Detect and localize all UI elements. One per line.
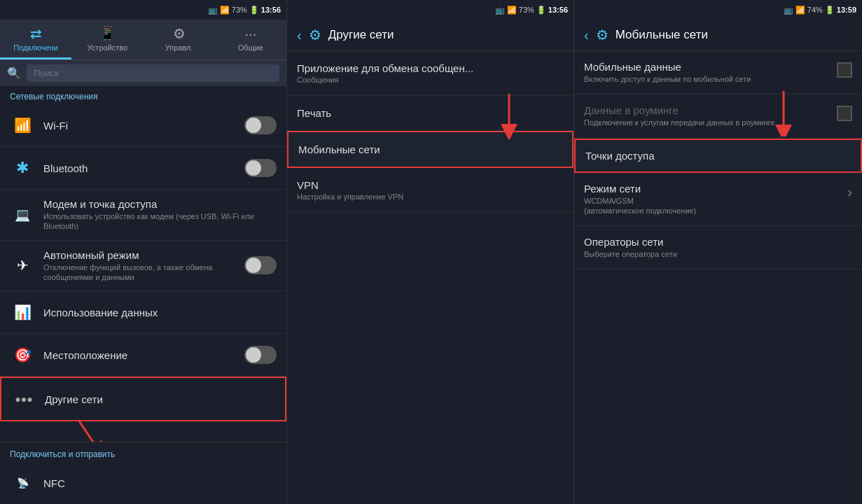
signal-icon-mid: 📶 [507, 6, 517, 15]
wifi-toggle[interactable] [244, 116, 277, 134]
settings-item-modem[interactable]: 💻 Модем и точка доступа Использовать уст… [0, 190, 286, 241]
bluetooth-title: Bluetooth [43, 162, 244, 174]
tab-bar: ⇄ Подключени 📱 Устройство ⚙ Управл. ··· … [0, 20, 286, 60]
mobilenets-title: Мобильные сети [298, 144, 562, 155]
tab-connections-label: Подключени [13, 43, 58, 52]
vpn-sub: Настройка и управление VPN [297, 192, 564, 201]
right-back-button[interactable]: ‹ [584, 27, 589, 43]
status-bar-right: 📺 📶 74% 🔋 13:59 [574, 0, 862, 20]
settings-list: 📶 Wi-Fi ✱ Bluetooth 💻 Модем и точка дост… [0, 104, 286, 442]
operators-title: Операторы сети [584, 236, 852, 248]
nfc-title: NFC [43, 477, 277, 489]
signal-icon: 📶 [220, 6, 230, 15]
red-arrow-1 [71, 416, 113, 442]
battery-icon-right: 🔋 [825, 6, 835, 15]
right-item-accesspoints[interactable]: Точки доступа [574, 139, 862, 173]
time-left: 13:56 [261, 6, 281, 14]
connections-icon: ⇄ [30, 25, 42, 42]
right-title: Мобильные сети [616, 28, 708, 42]
right-list: Мобильные данные Включить доступ к данны… [574, 51, 862, 270]
mid-item-mobilenets[interactable]: Мобильные сети [287, 131, 573, 168]
svg-line-0 [78, 420, 99, 442]
othernets-title: Другие сети [45, 393, 275, 405]
mid-item-messaging[interactable]: Приложение для обмена сообщен... Сообщен… [287, 51, 573, 96]
tab-device-label: Устройство [88, 43, 128, 52]
location-title: Местоположение [43, 349, 244, 361]
status-bar-mid: 📺 📶 73% 🔋 13:56 [287, 0, 573, 20]
search-icon: 🔍 [7, 66, 21, 80]
messaging-sub: Сообщения [297, 76, 564, 84]
mid-top-bar: ‹ ⚙ Другие сети [287, 20, 573, 51]
roaming-title: Данные в роуминге [584, 104, 830, 116]
operators-sub: Выберите оператора сети [584, 249, 852, 259]
wifi-icon: 📶 [10, 113, 35, 138]
settings-item-nfc[interactable]: 📡 NFC [0, 462, 286, 504]
vpn-title: VPN [297, 179, 564, 191]
datausage-title: Использование данных [43, 307, 277, 318]
mid-title: Другие сети [328, 28, 394, 42]
networkmode-title: Режим сети [584, 183, 840, 195]
search-input[interactable] [27, 64, 279, 82]
modem-title: Модем и точка доступа [43, 198, 277, 210]
print-title: Печать [297, 107, 564, 119]
status-bar-left: 📺 📶 73% 🔋 13:56 [0, 0, 286, 20]
airplane-icon: ✈ [10, 253, 35, 278]
right-item-roaming[interactable]: Данные в роуминге Подключение к услугам … [574, 94, 862, 138]
general-icon: ··· [245, 26, 257, 42]
nfc-icon: 📡 [10, 470, 35, 496]
battery-icon-mid: 🔋 [536, 6, 546, 15]
bluetooth-icon: ✱ [10, 155, 35, 181]
settings-item-datausage[interactable]: 📊 Использование данных [0, 291, 286, 334]
right-top-bar: ‹ ⚙ Мобильные сети [574, 20, 862, 51]
tab-controls[interactable]: ⚙ Управл. [144, 20, 215, 59]
screen-icon: 📺 [208, 6, 218, 15]
location-icon: 🎯 [10, 342, 35, 368]
roaming-checkbox[interactable] [837, 106, 852, 121]
right-item-mobiledata[interactable]: Мобильные данные Включить доступ к данны… [574, 51, 862, 94]
settings-item-wifi[interactable]: 📶 Wi-Fi [0, 104, 286, 147]
battery-right: 74% [807, 6, 823, 14]
airplane-title: Автономный режим [43, 249, 244, 261]
location-toggle[interactable] [244, 346, 277, 364]
right-item-operators[interactable]: Операторы сети Выберите оператора сети [574, 226, 862, 270]
right-panel: 📺 📶 74% 🔋 13:59 ‹ ⚙ Мобильные сети Мобил… [574, 0, 862, 504]
screen-icon-right: 📺 [784, 6, 793, 15]
bottom-section-label: Подключиться и отправить [0, 442, 286, 462]
airplane-toggle[interactable] [244, 256, 277, 274]
time-right: 13:59 [837, 6, 856, 14]
mobiledata-checkbox[interactable] [837, 62, 852, 78]
settings-item-airplane[interactable]: ✈ Автономный режим Отключение функций вы… [0, 241, 286, 292]
battery-left: 73% [232, 6, 247, 14]
wifi-title: Wi-Fi [43, 120, 244, 132]
modem-subtitle: Использовать устройство как модем (через… [43, 211, 277, 232]
left-panel: 📺 📶 73% 🔋 13:56 ⇄ Подключени 📱 Устройств… [0, 0, 287, 504]
time-mid: 13:56 [548, 6, 568, 14]
tab-connections[interactable]: ⇄ Подключени [0, 20, 71, 59]
signal-icon-right: 📶 [795, 6, 805, 15]
battery-icon-left: 🔋 [249, 6, 259, 15]
settings-item-bluetooth[interactable]: ✱ Bluetooth [0, 147, 286, 190]
modem-icon: 💻 [10, 202, 35, 227]
mid-list: Приложение для обмена сообщен... Сообщен… [287, 51, 573, 213]
right-item-networkmode[interactable]: Режим сети WCDMA/GSM (автоматическое под… [574, 173, 862, 227]
tab-general[interactable]: ··· Общие [215, 20, 286, 59]
mobiledata-sub: Включить доступ к данным по мобильной се… [584, 74, 830, 84]
right-gear-icon: ⚙ [596, 27, 609, 43]
battery-mid: 73% [519, 6, 534, 14]
mid-back-button[interactable]: ‹ [297, 27, 302, 43]
datausage-icon: 📊 [10, 300, 35, 325]
mid-gear-icon: ⚙ [309, 27, 321, 43]
mid-item-vpn[interactable]: VPN Настройка и управление VPN [287, 168, 573, 213]
accesspoints-title: Точки доступа [585, 150, 851, 162]
settings-item-othernets[interactable]: ●●● Другие сети [0, 377, 286, 421]
networkmode-chevron-icon: › [847, 184, 852, 200]
settings-item-location[interactable]: 🎯 Местоположение [0, 334, 286, 377]
tab-device[interactable]: 📱 Устройство [71, 20, 143, 59]
tab-general-label: Общие [238, 43, 263, 52]
tab-controls-label: Управл. [165, 43, 193, 52]
bluetooth-toggle[interactable] [244, 159, 277, 177]
mid-item-print[interactable]: Печать [287, 96, 573, 131]
airplane-subtitle: Отключение функций вызовов, а также обме… [43, 262, 244, 283]
roaming-sub: Подключение к услугам передачи данных в … [584, 118, 830, 127]
othernets-icon: ●●● [11, 386, 36, 412]
